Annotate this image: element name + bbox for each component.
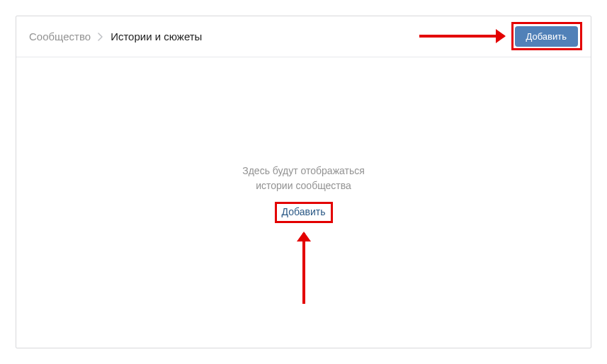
content-area: Здесь будут отображаться истории сообщес… (16, 57, 591, 349)
breadcrumb: Сообщество Истории и сюжеты (29, 30, 515, 42)
chevron-right-icon (98, 33, 103, 41)
empty-state-line2: истории сообщества (242, 178, 365, 193)
page-container: Сообщество Истории и сюжеты Добавить Зде… (16, 16, 591, 348)
breadcrumb-current: Истории и сюжеты (110, 30, 202, 42)
add-link[interactable]: Добавить (278, 203, 330, 220)
empty-state-text: Здесь будут отображаться истории сообщес… (242, 164, 365, 193)
header: Сообщество Истории и сюжеты Добавить (16, 16, 591, 57)
empty-state-line1: Здесь будут отображаться (242, 164, 365, 178)
breadcrumb-parent-link[interactable]: Сообщество (29, 30, 91, 42)
annotation-arrow (302, 233, 305, 304)
add-button[interactable]: Добавить (515, 26, 578, 47)
